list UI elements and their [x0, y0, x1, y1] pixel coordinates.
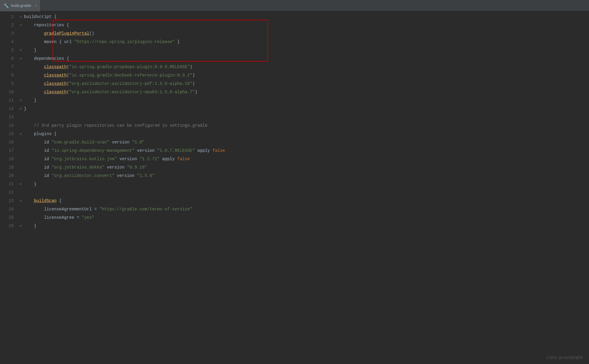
- code-line: ⊟ }: [17, 96, 589, 105]
- fold-gutter[interactable]: ⊟: [20, 21, 24, 29]
- fold-gutter[interactable]: ⊟: [20, 54, 24, 63]
- token-str: "io.spring.dependency-management": [51, 146, 134, 155]
- line-number: 12: [5, 105, 14, 113]
- line-number: 20: [5, 172, 14, 180]
- token-bracket: }: [34, 180, 36, 188]
- tab-close-button[interactable]: ×: [35, 4, 37, 8]
- token-method: classpath: [44, 63, 67, 71]
- fold-gutter: [20, 172, 24, 180]
- code-line: classpath("io.spring.gradle:docbook-refe…: [17, 71, 589, 79]
- token-plain: [24, 79, 44, 88]
- tab-bar: 🔧 build.gradle ×: [0, 0, 589, 11]
- code-line: classpath("org.asciidoctor:asciidoctorj-…: [17, 88, 589, 96]
- fold-gutter: [20, 146, 24, 155]
- fold-gutter: [20, 213, 24, 222]
- token-str: "1.8": [132, 138, 144, 146]
- code-area[interactable]: ⊟buildscript {⊟ repositories { gradlePlu…: [17, 11, 589, 364]
- fold-gutter: [20, 205, 24, 213]
- token-plain: repositories: [24, 21, 67, 29]
- token-plain: [24, 46, 34, 54]
- token-plain: [24, 121, 34, 130]
- token-bracket: (: [67, 63, 69, 71]
- code-line: [17, 188, 589, 197]
- token-plain: version: [114, 172, 137, 180]
- fold-gutter: [20, 79, 24, 88]
- token-bracket: {: [67, 21, 69, 29]
- fold-gutter[interactable]: ⊟: [20, 96, 24, 105]
- token-str: "io.spring.gradle:docbook-reference-plug…: [69, 71, 192, 79]
- token-plain: licenseAgreementUrl =: [24, 205, 99, 213]
- token-str: "org.asciidoctor:asciidoctorj-pdf:1.5.0-…: [69, 79, 192, 88]
- fold-gutter[interactable]: ⊟: [20, 180, 24, 188]
- code-line: ⊟ }: [17, 180, 589, 188]
- line-number: 24: [5, 205, 14, 213]
- token-plain: plugins: [24, 130, 54, 138]
- token-plain: [24, 197, 34, 205]
- fold-gutter: [20, 138, 24, 146]
- token-plain: dependencies: [24, 54, 67, 63]
- fold-gutter: [20, 163, 24, 172]
- code-line: maven { url "https://repo.spring.io/plug…: [17, 38, 589, 46]
- token-bracket: ): [190, 63, 192, 71]
- token-kw: false: [212, 146, 225, 155]
- fold-gutter[interactable]: ⊟: [20, 130, 24, 138]
- token-method: classpath: [44, 88, 67, 96]
- line-number: 22: [5, 188, 14, 197]
- line-number: 21: [5, 180, 14, 188]
- token-plain: apply: [195, 146, 212, 155]
- token-bracket: ): [192, 79, 195, 88]
- fold-gutter[interactable]: ⊟: [20, 105, 24, 113]
- token-kw: false: [177, 155, 190, 163]
- token-bracket: (): [89, 29, 94, 38]
- code-line: classpath("io.spring.gradle:propdeps-plu…: [17, 63, 589, 71]
- fold-gutter[interactable]: ⊟: [20, 222, 24, 230]
- fold-gutter: [20, 29, 24, 38]
- code-line: id "com.gradle.build-scan" version "1.8": [17, 138, 589, 146]
- token-plain: version: [109, 138, 132, 146]
- token-bracket: {: [59, 197, 62, 205]
- token-plain: id: [24, 172, 51, 180]
- line-number: 16: [5, 138, 14, 146]
- token-bracket: }: [177, 38, 180, 46]
- line-number: 17: [5, 146, 14, 155]
- line-number: 3: [5, 29, 14, 38]
- token-bracket: {: [67, 54, 69, 63]
- code-line: ⊟}: [17, 105, 589, 113]
- fold-gutter[interactable]: ⊟: [20, 46, 24, 54]
- line-number: 4: [5, 38, 14, 46]
- token-bracket: {: [54, 130, 57, 138]
- code-line: id "io.spring.dependency-management" ver…: [17, 146, 589, 155]
- token-plain: [24, 180, 34, 188]
- token-bracket: }: [34, 96, 36, 105]
- line-number: 14: [5, 121, 14, 130]
- token-plain: [24, 88, 44, 96]
- token-plain: buildscript: [24, 13, 54, 21]
- tab-build-gradle[interactable]: 🔧 build.gradle ×: [0, 0, 41, 11]
- token-cmt: // 3rd party plugin repositories can be …: [34, 121, 208, 130]
- token-str: "1.5.6": [137, 172, 155, 180]
- line-number: 19: [5, 163, 14, 172]
- token-bracket: {: [59, 38, 62, 46]
- token-plain: [24, 71, 44, 79]
- token-plain: id: [24, 138, 51, 146]
- token-plain: maven: [24, 38, 59, 46]
- tab-label: build.gradle: [11, 3, 31, 8]
- token-plain: id: [24, 163, 51, 172]
- token-bracket: }: [24, 105, 26, 113]
- line-number: 6: [5, 54, 14, 63]
- token-str: "https://repo.spring.io/plugins-release": [74, 38, 175, 46]
- line-number: 1: [5, 13, 14, 21]
- token-str: "io.spring.gradle:propdeps-plugin:0.0.9.…: [69, 63, 190, 71]
- token-str: "org.jetbrains.dokka": [51, 163, 104, 172]
- token-str: "https://gradle.com/terms-of-service": [99, 205, 192, 213]
- code-line: ⊟ }: [17, 46, 589, 54]
- token-str: "0.9.18": [127, 163, 147, 172]
- watermark: CSDN @JAVA好难学: [546, 355, 583, 360]
- fold-gutter[interactable]: ⊟: [20, 197, 24, 205]
- token-bracket: }: [34, 222, 36, 230]
- line-number: 8: [5, 71, 14, 79]
- token-plain: [24, 29, 44, 38]
- code-line: ⊟buildscript {: [17, 13, 589, 21]
- fold-gutter[interactable]: ⊟: [20, 13, 24, 21]
- gradle-icon: 🔧: [4, 3, 9, 8]
